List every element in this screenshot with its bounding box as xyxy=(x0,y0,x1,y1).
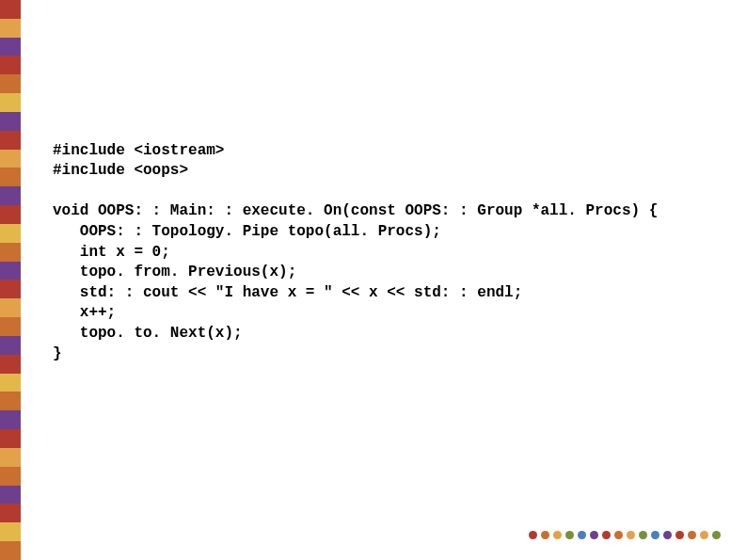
stripe-cell xyxy=(0,317,21,336)
stripe-cell xyxy=(0,504,21,522)
code-line: std: : cout << "I have x = " << x << std… xyxy=(53,284,522,301)
stripe-cell xyxy=(0,429,21,448)
code-line: topo. from. Previous(x); xyxy=(53,264,296,280)
footer-dot xyxy=(651,531,660,539)
footer-dot xyxy=(553,531,562,539)
stripe-cell xyxy=(0,243,21,262)
code-line: } xyxy=(53,345,62,362)
code-line: #include <oops> xyxy=(53,162,188,179)
code-block: #include <iostream> #include <oops> void… xyxy=(53,120,728,364)
stripe-cell xyxy=(0,168,21,186)
footer-dot xyxy=(675,531,684,539)
stripe-cell xyxy=(0,355,21,374)
stripe-cell xyxy=(0,298,21,317)
stripe-cell xyxy=(0,522,21,541)
stripe-cell xyxy=(0,112,21,131)
stripe-cell xyxy=(0,38,21,56)
footer-dot xyxy=(627,531,635,539)
footer-dot xyxy=(541,531,549,539)
stripe-cell xyxy=(0,336,21,355)
footer-dot xyxy=(614,531,623,539)
stripe-cell xyxy=(0,186,21,205)
stripe-cell xyxy=(0,374,21,392)
stripe-cell xyxy=(0,467,21,486)
stripe-cell xyxy=(0,392,21,410)
footer-dot xyxy=(663,531,672,539)
stripe-cell xyxy=(0,19,21,38)
code-line: void OOPS: : Main: : execute. On(const O… xyxy=(53,202,658,219)
footer-dot xyxy=(639,531,647,539)
stripe-cell xyxy=(0,0,21,19)
footer-dot xyxy=(700,531,708,539)
stripe-cell xyxy=(0,131,21,150)
stripe-cell xyxy=(0,74,21,93)
code-line: #include <iostream> xyxy=(53,142,224,159)
stripe-cell xyxy=(0,224,21,243)
stripe-cell xyxy=(0,410,21,429)
code-line: x++; xyxy=(53,304,116,321)
stripe-cell xyxy=(0,262,21,280)
footer-dot xyxy=(529,531,537,539)
code-line: int x = 0; xyxy=(53,244,170,261)
footer-dot xyxy=(602,531,611,539)
code-line: topo. to. Next(x); xyxy=(53,325,243,342)
stripe-cell xyxy=(0,56,21,74)
footer-dot xyxy=(565,531,574,539)
stripe-cell xyxy=(0,448,21,467)
stripe-cell xyxy=(0,150,21,168)
stripe-cell xyxy=(0,486,21,504)
footer-dot xyxy=(688,531,696,539)
slide: #include <iostream> #include <oops> void… xyxy=(0,0,747,560)
footer-dots xyxy=(529,531,721,539)
footer-dot xyxy=(712,531,721,539)
stripe-cell xyxy=(0,205,21,224)
footer-dot xyxy=(578,531,586,539)
left-decorative-stripe xyxy=(0,0,21,560)
stripe-cell xyxy=(0,93,21,112)
code-line: OOPS: : Topology. Pipe topo(all. Procs); xyxy=(53,223,441,240)
stripe-cell xyxy=(0,541,21,560)
footer-dot xyxy=(590,531,598,539)
stripe-cell xyxy=(0,280,21,298)
